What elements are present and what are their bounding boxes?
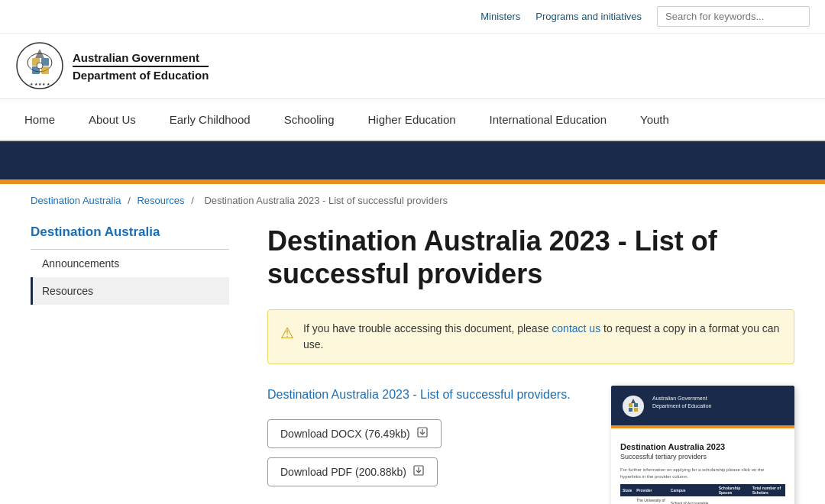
thumb-gov-text: Australian Government Department of Educ… [652,395,711,410]
download-pdf-label: Download PDF (200.88kb) [280,466,406,478]
doc-info: Destination Australia 2023 - List of suc… [267,386,588,486]
doc-thumb-header: Australian Government Department of Educ… [611,386,794,425]
page-content: Destination Australia 2023 - List of suc… [244,217,794,504]
nav-item-early-childhood[interactable]: Early Childhood [153,99,267,140]
nav-item-schooling[interactable]: Schooling [267,99,351,140]
breadcrumb-separator-2: / [191,195,196,206]
logo-text: Australian Government Department of Educ… [73,51,209,82]
breadcrumb-separator-1: / [128,195,133,206]
sidebar-link-resources[interactable]: Resources [31,277,229,305]
thumb-table: State Provider Campus Scholarship Spaces… [620,484,785,504]
page-title: Destination Australia 2023 - List of suc… [267,225,794,290]
thumb-table-header-state: State [620,484,634,496]
svg-rect-15 [629,403,632,407]
gov-name: Australian Government [73,51,209,64]
nav-link-youth[interactable]: Youth [623,99,686,140]
main-nav: Home About Us Early Childhood Schooling … [0,99,825,141]
nav-link-schooling[interactable]: Schooling [267,99,351,140]
download-pdf-button[interactable]: Download PDF (200.88kb) [267,457,438,486]
nav-link-higher-education[interactable]: Higher Education [351,99,473,140]
doc-section: Destination Australia 2023 - List of suc… [267,386,794,504]
site-header: ★ ★ ★ ★ ★ Australian Government Departme… [0,34,825,99]
nav-link-international-education[interactable]: International Education [473,99,623,140]
contact-us-link[interactable]: contact us [552,322,600,334]
sidebar-menu: Announcements Resources [31,250,229,305]
programs-link[interactable]: Programs and initiatives [535,11,642,22]
nav-item-about-us[interactable]: About Us [72,99,153,140]
doc-thumb-body: Destination Australia 2023 Successful te… [611,428,794,504]
doc-thumbnail: Australian Government Department of Educ… [611,386,794,504]
search-input[interactable] [657,6,810,27]
table-row: The University of SydneyRegional School … [620,496,785,504]
breadcrumb-item-destination-australia[interactable]: Destination Australia [31,195,121,206]
svg-rect-18 [634,408,638,412]
breadcrumb: Destination Australia / Resources / Dest… [0,184,825,217]
top-bar: Ministers Programs and initiatives [0,0,825,34]
thumb-coat-icon [622,395,645,418]
coat-of-arms-icon: ★ ★ ★ ★ ★ [15,41,65,91]
dept-name: Department of Education [73,66,209,82]
alert-icon: ⚠ [280,321,294,344]
thumb-table-header-spaces: Scholarship Spaces [717,484,750,496]
sidebar-item-resources[interactable]: Resources [31,277,229,305]
doc-link[interactable]: Destination Australia 2023 - List of suc… [267,386,588,404]
download-docx-button[interactable]: Download DOCX (76.49kb) [267,419,442,448]
sidebar-link-announcements[interactable]: Announcements [31,250,229,277]
nav-item-youth[interactable]: Youth [623,99,686,140]
breadcrumb-current: Destination Australia 2023 - List of suc… [204,195,448,206]
logo-area: ★ ★ ★ ★ ★ Australian Government Departme… [15,41,209,91]
svg-rect-16 [634,403,638,407]
svg-point-7 [37,63,43,69]
sidebar-item-announcements[interactable]: Announcements [31,250,229,277]
alert-text-before: If you have trouble accessing this docum… [303,322,552,334]
nav-item-home[interactable]: Home [8,99,72,140]
thumb-table-header-total: Total number of Scholars [750,484,785,496]
thumb-table-header-provider: Provider [634,484,668,496]
download-docx-icon [416,426,429,441]
download-pdf-icon [412,464,425,480]
download-docx-label: Download DOCX (76.49kb) [280,428,410,440]
dark-banner [0,141,825,179]
ministers-link[interactable]: Ministers [480,11,520,22]
thumb-table-header-campus: Campus [668,484,717,496]
nav-link-home[interactable]: Home [8,99,72,140]
breadcrumb-item-resources[interactable]: Resources [137,195,184,206]
thumb-doc-title: Destination Australia 2023 [620,436,785,451]
sidebar: Destination Australia Announcements Reso… [31,217,244,504]
thumb-dept-line: Department of Education [652,402,711,410]
nav-link-about-us[interactable]: About Us [72,99,153,140]
nav-item-international-education[interactable]: International Education [473,99,623,140]
thumb-body-text: For further information on applying for … [620,467,785,480]
alert-box: ⚠ If you have trouble accessing this doc… [267,309,794,364]
nav-item-higher-education[interactable]: Higher Education [351,99,473,140]
main-content: Destination Australia Announcements Reso… [0,217,825,504]
nav-link-early-childhood[interactable]: Early Childhood [153,99,267,140]
svg-rect-17 [629,408,632,412]
thumb-doc-subtitle: Successful tertiary providers [620,453,785,460]
sidebar-title[interactable]: Destination Australia [31,217,229,250]
thumb-gov-line1: Australian Government [652,395,711,402]
svg-text:★ ★ ★ ★ ★: ★ ★ ★ ★ ★ [30,82,50,86]
download-buttons: Download DOCX (76.49kb) Download PDF (20… [267,419,588,486]
alert-text: If you have trouble accessing this docum… [303,321,781,353]
